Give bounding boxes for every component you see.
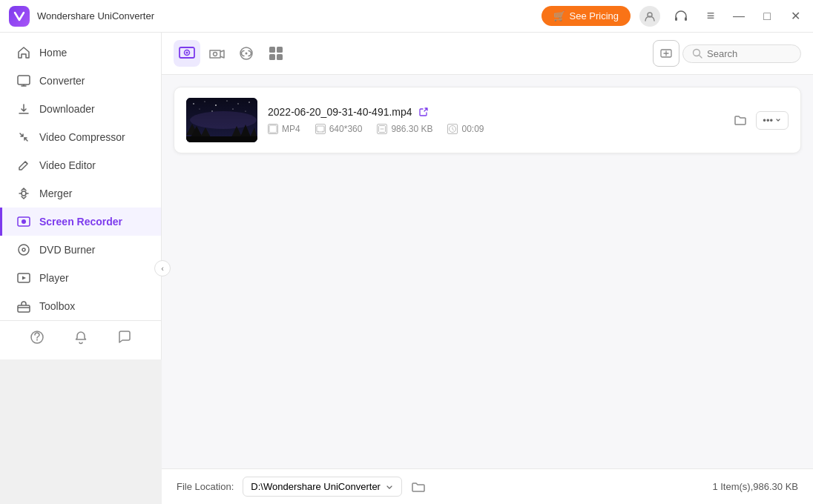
svg-point-7 bbox=[19, 245, 29, 255]
edit-icon bbox=[17, 159, 30, 172]
bottom-bar: File Location: D:\Wondershare UniConvert… bbox=[162, 468, 813, 504]
tab-camera[interactable] bbox=[203, 40, 230, 67]
svg-point-30 bbox=[248, 102, 250, 103]
chat-icon[interactable] bbox=[117, 330, 132, 345]
svg-rect-21 bbox=[277, 54, 283, 60]
file-name-row: 2022-06-20_09-31-40-491.mp4 bbox=[268, 106, 720, 118]
see-pricing-button[interactable]: 🛒 See Pricing bbox=[542, 6, 631, 26]
open-folder-button[interactable] bbox=[411, 480, 426, 494]
svg-rect-1 bbox=[675, 17, 677, 21]
sidebar: Home Converter bbox=[0, 33, 162, 359]
sidebar-item-home-label: Home bbox=[39, 47, 67, 59]
menu-icon[interactable]: ≡ bbox=[702, 7, 720, 25]
svg-point-33 bbox=[246, 111, 246, 112]
titlebar-controls: ≡ — □ ✕ bbox=[639, 6, 804, 27]
file-resolution: 640*360 bbox=[315, 124, 363, 134]
user-avatar[interactable] bbox=[639, 6, 660, 27]
sidebar-item-screen-recorder[interactable]: Screen Recorder bbox=[0, 208, 161, 236]
toolbox-icon bbox=[17, 299, 30, 313]
file-location-label: File Location: bbox=[177, 481, 234, 492]
sidebar-item-dvd-burner-label: DVD Burner bbox=[39, 244, 95, 256]
tab-audio[interactable] bbox=[233, 40, 260, 67]
converter-icon bbox=[17, 74, 30, 87]
resolution-icon bbox=[315, 124, 326, 134]
svg-point-8 bbox=[22, 248, 25, 251]
bell-icon[interactable] bbox=[73, 330, 88, 345]
file-name: 2022-06-20_09-31-40-491.mp4 bbox=[268, 106, 412, 118]
sidebar-item-downloader[interactable]: Downloader bbox=[0, 95, 161, 123]
tab-screen-recording[interactable] bbox=[174, 40, 200, 67]
search-bar bbox=[682, 44, 801, 63]
svg-point-28 bbox=[226, 100, 227, 101]
merge-icon bbox=[17, 187, 30, 200]
svg-rect-37 bbox=[269, 125, 277, 133]
sidebar-collapse-button[interactable]: ‹ bbox=[154, 260, 171, 276]
svg-point-29 bbox=[237, 103, 238, 104]
help-icon[interactable] bbox=[30, 330, 45, 345]
home-icon bbox=[17, 46, 30, 59]
search-input[interactable] bbox=[707, 48, 791, 59]
svg-point-34 bbox=[211, 110, 212, 111]
size-value: 986.30 KB bbox=[391, 124, 432, 134]
sidebar-item-converter-label: Converter bbox=[39, 75, 85, 87]
sidebar-item-toolbox[interactable]: Toolbox bbox=[0, 292, 161, 320]
svg-point-35 bbox=[190, 111, 257, 129]
app-title: Wondershare UniConverter bbox=[37, 10, 542, 21]
sidebar-item-player-label: Player bbox=[39, 272, 69, 284]
sidebar-item-dvd-burner[interactable]: DVD Burner bbox=[0, 236, 161, 264]
location-path: D:\Wondershare UniConverter bbox=[251, 481, 381, 492]
tab-bar bbox=[162, 33, 813, 75]
svg-rect-3 bbox=[18, 76, 30, 84]
svg-point-14 bbox=[186, 52, 188, 54]
sidebar-bottom bbox=[0, 320, 161, 354]
more-actions-button[interactable]: ••• bbox=[756, 111, 789, 130]
svg-point-32 bbox=[232, 108, 233, 109]
headphone-icon[interactable] bbox=[671, 6, 691, 27]
sidebar-item-toolbox-label: Toolbox bbox=[39, 300, 75, 312]
record-icon bbox=[17, 215, 30, 228]
sidebar-wrapper: Home Converter bbox=[0, 33, 162, 504]
file-item: 2022-06-20_09-31-40-491.mp4 bbox=[174, 87, 801, 153]
svg-point-31 bbox=[200, 109, 200, 110]
resolution-value: 640*360 bbox=[329, 124, 363, 134]
svg-point-23 bbox=[694, 50, 700, 56]
duration-icon bbox=[447, 124, 458, 134]
minimize-button[interactable]: — bbox=[730, 7, 748, 25]
svg-point-26 bbox=[204, 101, 205, 102]
tab-multi[interactable] bbox=[263, 40, 289, 67]
sidebar-item-merger-label: Merger bbox=[39, 188, 72, 199]
file-format: MP4 bbox=[268, 124, 300, 134]
add-file-button[interactable] bbox=[653, 40, 679, 67]
sidebar-item-video-compressor[interactable]: Video Compressor bbox=[0, 123, 161, 151]
svg-point-25 bbox=[193, 103, 194, 105]
file-duration: 00:09 bbox=[447, 124, 484, 134]
svg-point-4 bbox=[22, 191, 26, 196]
sidebar-item-downloader-label: Downloader bbox=[39, 103, 95, 115]
svg-rect-38 bbox=[317, 126, 324, 132]
duration-value: 00:09 bbox=[461, 124, 484, 134]
file-info: 2022-06-20_09-31-40-491.mp4 bbox=[268, 106, 720, 134]
file-thumbnail bbox=[186, 98, 257, 142]
svg-rect-18 bbox=[269, 47, 275, 53]
sidebar-item-video-editor-label: Video Editor bbox=[39, 159, 96, 171]
titlebar: Wondershare UniConverter 🛒 See Pricing ≡… bbox=[0, 0, 813, 33]
sidebar-item-home[interactable]: Home bbox=[0, 39, 161, 67]
more-chevron-icon bbox=[774, 116, 782, 124]
sidebar-item-video-compressor-label: Video Compressor bbox=[39, 131, 125, 143]
size-icon bbox=[377, 124, 387, 134]
compress-icon bbox=[17, 130, 30, 144]
sidebar-item-merger[interactable]: Merger bbox=[0, 179, 161, 208]
dvd-icon bbox=[17, 243, 30, 256]
svg-point-15 bbox=[214, 53, 217, 56]
svg-point-27 bbox=[215, 105, 217, 106]
main-layout: Home Converter bbox=[0, 33, 813, 504]
location-select[interactable]: D:\Wondershare UniConverter bbox=[243, 477, 402, 497]
sidebar-item-video-editor[interactable]: Video Editor bbox=[0, 151, 161, 179]
open-folder-button[interactable] bbox=[731, 110, 750, 130]
maximize-button[interactable]: □ bbox=[758, 7, 776, 25]
close-button[interactable]: ✕ bbox=[786, 7, 804, 25]
sidebar-item-player[interactable]: Player bbox=[0, 264, 161, 292]
sidebar-item-converter[interactable]: Converter bbox=[0, 67, 161, 95]
file-actions: ••• bbox=[731, 110, 789, 130]
open-file-icon[interactable] bbox=[418, 107, 429, 117]
